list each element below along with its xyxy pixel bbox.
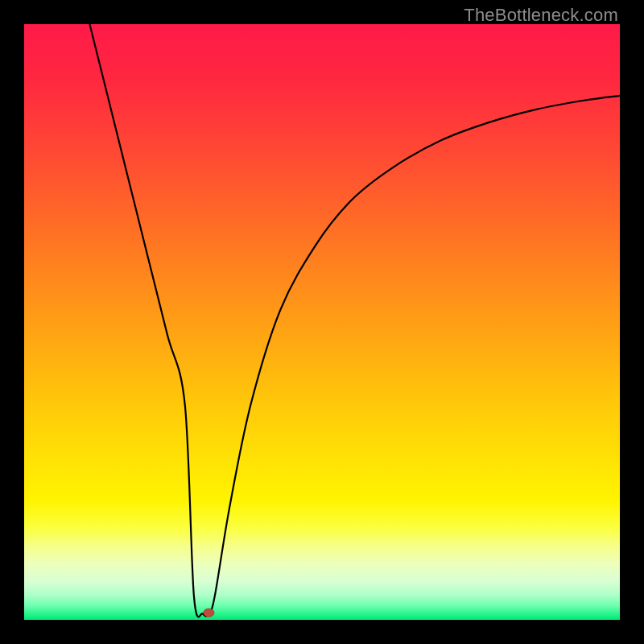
watermark-text: TheBottleneck.com (464, 5, 618, 26)
sweet-spot-marker (204, 609, 214, 617)
bottleneck-curve (89, 24, 620, 617)
plot-area (24, 24, 620, 620)
chart-curve-layer (24, 24, 620, 620)
chart-frame: TheBottleneck.com (0, 0, 644, 644)
